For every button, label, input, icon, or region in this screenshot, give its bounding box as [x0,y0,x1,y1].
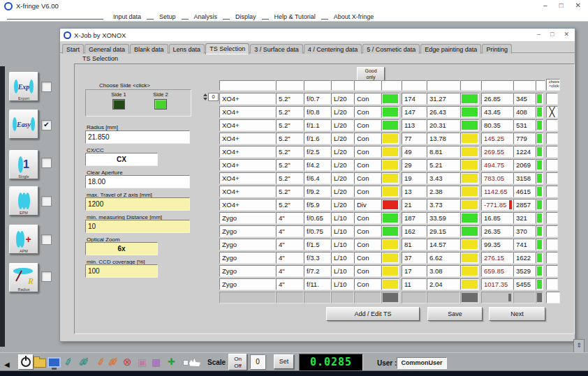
rabbit-icon[interactable] [189,359,200,366]
tab-4-centering-data[interactable]: 4 / Centering data [304,44,362,54]
back-icon[interactable]: ◀ [4,359,10,371]
aperture-field[interactable]: 18.00 [85,175,190,188]
zoom-field[interactable]: 6x [85,242,158,255]
ccd-field[interactable]: 100 [85,264,158,278]
wire-tools-icon[interactable]: ✐✐ [77,354,91,370]
menu-item-setup[interactable]: Setup [156,13,179,20]
abort-icon[interactable]: ⊗ [123,356,132,368]
tab-3-surface-data[interactable]: 3 / Surface data [250,44,303,54]
spinner-value[interactable]: 0 [208,93,219,101]
tab-5-cosmetic-data[interactable]: 5 / Cosmetic data [362,44,420,54]
table-header-cell [481,80,513,91]
dialog-maximize-button[interactable]: □ [550,31,554,38]
side1-group[interactable]: Side 1 [101,91,136,110]
choose-cell[interactable]: ╳ [546,106,558,118]
maximize-button[interactable]: □ [559,1,564,9]
dialog-logo-icon [64,31,71,39]
choose-cell[interactable] [546,265,558,277]
monitor-icon[interactable] [47,357,61,368]
row-index-spinner[interactable]: 0 [203,93,219,101]
save-button[interactable]: Save [427,307,483,321]
choose-cell[interactable] [546,278,558,290]
next-button[interactable]: Next [489,307,545,321]
table-header-cell [354,80,381,91]
cursor-square-icon[interactable] [183,360,189,366]
sidebar-checkbox-radius[interactable] [41,271,52,282]
sidebar-button-expert[interactable]: Exp Export [9,72,38,101]
side2-group[interactable]: Side 2 [143,91,178,110]
spinner-arrows-icon[interactable] [203,93,207,101]
cxcc-field[interactable]: CX [85,153,158,166]
menu-item-display[interactable]: Display [233,13,259,20]
scale-value-box[interactable]: 0 [250,354,265,369]
table-cell-v1: 11 [402,278,427,290]
menu-item-input-data[interactable]: Input data [110,13,144,20]
sidebar-button-single[interactable]: 1 Single [9,150,38,179]
power-icon[interactable] [18,354,34,370]
choose-cell[interactable] [546,239,558,250]
scrollbar-button[interactable]: ⇕ [573,339,585,353]
side2-led[interactable] [154,99,167,110]
tab-strip: StartGeneral dataBlank dataLens dataTS S… [60,41,575,53]
palette-grid-icon[interactable]: ▦ [152,356,161,368]
tab-lens-data[interactable]: Lens data [169,44,205,54]
add-edit-ts-button[interactable]: Add / Edit TS [326,307,420,321]
pens-icon[interactable]: ✐✐ [106,354,121,370]
mindist-field[interactable]: 10 [85,220,190,233]
choose-cell[interactable] [546,186,558,197]
menu-bar: Input dataSetupAnalysisDisplayHelp & Tut… [0,12,588,22]
side1-led[interactable] [112,99,125,110]
choose-cell[interactable] [546,225,558,237]
snapshot-icon[interactable]: ▣ [138,356,147,368]
choose-cell[interactable] [546,252,558,264]
choose-cell[interactable] [546,119,558,131]
choose-cell[interactable] [546,212,558,224]
choose-cell[interactable] [546,172,558,184]
table-cell-v4: 5455 [513,278,536,290]
ztravel-field[interactable]: 1200 [85,197,190,211]
tab-blank-data[interactable]: Blank data [130,44,168,54]
sidebar-button-apm[interactable]: + APM [9,225,38,254]
sidebar-checkbox-apm[interactable] [41,234,52,245]
sidebar-button-radius[interactable]: R Radius [9,263,38,292]
set-button[interactable]: Set [274,354,294,369]
led-led3-green [536,106,543,118]
menu-item-analysis[interactable]: Analysis [191,13,221,20]
choose-cell[interactable] [546,93,558,105]
sidebar-button-epm[interactable]: EPM [9,186,38,216]
open-folder-icon[interactable] [34,359,46,368]
sidebar-checkbox-single[interactable] [41,158,52,168]
user-value-box[interactable]: CommonUser [397,357,447,369]
menu-item-about-x-fringe[interactable]: About X-fringe [331,13,377,20]
table-cell-mode: Con [354,186,381,197]
dialog-minimize-button[interactable]: – [537,31,541,38]
choose-cell[interactable] [546,199,558,211]
pen-icon[interactable]: ✐ [96,355,107,369]
window-title: X-fringe V6.00 [16,2,59,10]
sidebar-button-easy[interactable]: Easy [9,110,38,139]
table-cell-v1: 17 [402,265,427,277]
tab-general-data[interactable]: General data [84,44,129,54]
led-led3-green [536,133,543,144]
move-icon[interactable]: ✚ [168,356,175,368]
dialog-close-button[interactable]: ✕ [564,31,569,38]
tab-printing[interactable]: Printing [482,44,512,54]
close-button[interactable]: ✕ [575,1,581,9]
choose-cell[interactable] [546,133,558,144]
sidebar-checkbox-expert[interactable] [41,82,52,92]
taskbar-edge [0,370,588,376]
screwdriver-icon[interactable]: ✐ [63,355,74,369]
choose-cell[interactable] [546,146,558,158]
table-cell-name: Zygo [219,225,276,237]
sidebar-checkbox-epm[interactable] [41,196,52,206]
minimize-button[interactable]: – [543,1,547,9]
tab-edge-painting-data[interactable]: Edge painting data [420,44,481,54]
choose-cell[interactable] [546,159,558,171]
radius-field[interactable]: 21.850 [85,130,190,144]
tab-ts-selection[interactable]: TS Selection [205,43,249,54]
menu-item-help-tutorial[interactable]: Help & Tutorial [272,13,318,20]
sidebar-checkbox-easy[interactable]: ✔ [41,120,52,130]
tab-start[interactable]: Start [62,44,84,54]
table-cell-lam: L/10 [331,239,354,250]
scale-onoff-button[interactable]: On Off [228,354,247,370]
